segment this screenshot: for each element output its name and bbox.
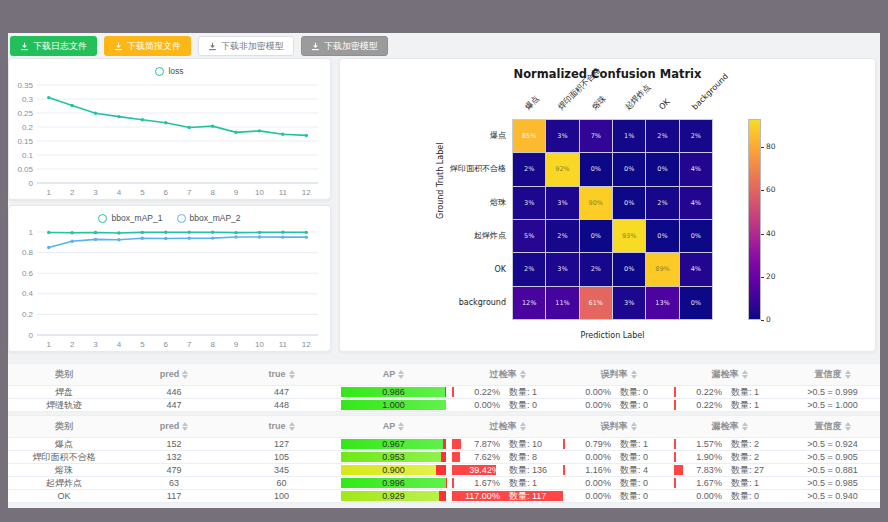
cell-mis: 1.16%数量: 4 xyxy=(563,464,674,476)
cell-pred: 132 xyxy=(120,451,228,463)
rate-count: 数量: 0 xyxy=(731,490,777,502)
sort-caret-icon[interactable] xyxy=(845,370,851,379)
matrix-cell: 0% xyxy=(646,220,678,252)
rate-bar xyxy=(563,465,565,475)
cell-mis: 0.00%数量: 0 xyxy=(563,477,674,489)
cell-miss: 0.22%数量: 1 xyxy=(674,386,785,398)
ap-bar: 0.900 xyxy=(341,465,446,475)
col-header-conf[interactable]: 置信度 xyxy=(785,416,880,437)
cell-ap: 0.967 xyxy=(335,438,452,450)
col-header-ap[interactable]: AP xyxy=(335,416,452,437)
matrix-row-label: 熔珠 xyxy=(342,198,506,208)
matrix-cell: 2% xyxy=(546,220,578,252)
matrix-cell: 89% xyxy=(646,253,678,285)
sort-caret-icon[interactable] xyxy=(398,422,404,431)
rate-percent: 39.42% xyxy=(460,464,500,476)
dashboard-content: 下载日志文件下载简报文件下载非加密模型下载加密模型 loss00.050.10.… xyxy=(8,33,880,508)
rate-bar xyxy=(674,400,676,410)
matrix-cell: 3% xyxy=(546,187,578,219)
download-report-button[interactable]: 下载简报文件 xyxy=(104,36,191,56)
col-header-pred[interactable]: pred xyxy=(120,416,228,437)
col-header-over[interactable]: 过检率 xyxy=(452,416,563,437)
rate-percent: 1.16% xyxy=(571,464,611,476)
sort-caret-icon[interactable] xyxy=(182,370,188,379)
download-icon xyxy=(208,42,217,51)
download-encrypted-model-button[interactable]: 下载加密模型 xyxy=(301,36,388,56)
ap-bar: 0.967 xyxy=(341,439,446,449)
download-button-label: 下载日志文件 xyxy=(33,40,87,53)
cell-pred: 117 xyxy=(120,490,228,502)
cell-over: 7.87%数量: 10 xyxy=(452,438,563,450)
matrix-cell: 90% xyxy=(580,187,612,219)
svg-text:3: 3 xyxy=(93,188,98,197)
svg-text:10: 10 xyxy=(255,188,264,197)
matrix-col-label: 爆点 xyxy=(522,93,542,113)
svg-text:11: 11 xyxy=(279,340,288,349)
col-header-miss[interactable]: 漏检率 xyxy=(674,416,785,437)
matrix-cell: 2% xyxy=(513,253,545,285)
matrix-row-label: OK xyxy=(342,265,506,275)
col-header-ap[interactable]: AP xyxy=(335,364,452,385)
sort-caret-icon[interactable] xyxy=(845,422,851,431)
legend-item-loss[interactable]: loss xyxy=(155,66,183,76)
cell-miss: 1.67%数量: 1 xyxy=(674,477,785,489)
col-header-over[interactable]: 过检率 xyxy=(452,364,563,385)
matrix-cell: 2% xyxy=(680,120,712,152)
ap-value: 1.000 xyxy=(341,400,446,410)
sort-caret-icon[interactable] xyxy=(631,370,637,379)
sort-caret-icon[interactable] xyxy=(289,422,295,431)
sort-caret-icon[interactable] xyxy=(289,370,295,379)
col-header-label: true xyxy=(268,416,285,437)
legend-item-bbox_mAP_1[interactable]: bbox_mAP_1 xyxy=(98,213,162,223)
download-log-button[interactable]: 下载日志文件 xyxy=(10,36,97,56)
sort-caret-icon[interactable] xyxy=(398,370,404,379)
cell-mis: 0.00%数量: 0 xyxy=(563,386,674,398)
colorbar xyxy=(748,119,761,320)
rate-count: 数量: 10 xyxy=(509,438,555,450)
col-header-pred[interactable]: pred xyxy=(120,364,228,385)
svg-text:1: 1 xyxy=(46,340,51,349)
rate-percent: 0.22% xyxy=(460,386,500,398)
col-header-conf[interactable]: 置信度 xyxy=(785,364,880,385)
loss-line xyxy=(49,98,307,136)
matrix-cell: 3% xyxy=(546,120,578,152)
cell-true: 448 xyxy=(228,399,335,411)
cell-pred: 152 xyxy=(120,438,228,450)
col-header-label: 类别 xyxy=(55,416,73,437)
sort-caret-icon[interactable] xyxy=(742,370,748,379)
download-unencrypted-model-button[interactable]: 下载非加密模型 xyxy=(198,36,294,56)
cell-ap: 0.986 xyxy=(335,386,452,398)
legend-item-bbox_mAP_2[interactable]: bbox_mAP_2 xyxy=(177,213,241,223)
sort-caret-icon[interactable] xyxy=(520,370,526,379)
sort-caret-icon[interactable] xyxy=(182,422,188,431)
cell-true: 127 xyxy=(228,438,335,450)
col-header-name: 类别 xyxy=(8,364,120,385)
svg-text:6: 6 xyxy=(164,188,169,197)
cell-miss: 0.22%数量: 1 xyxy=(674,399,785,411)
col-header-true[interactable]: true xyxy=(228,416,335,437)
sort-caret-icon[interactable] xyxy=(631,422,637,431)
svg-text:8: 8 xyxy=(210,340,215,349)
col-header-true[interactable]: true xyxy=(228,364,335,385)
colorbar-tick-label: 40 xyxy=(766,230,776,238)
svg-text:0: 0 xyxy=(29,179,34,188)
col-header-mis[interactable]: 误判率 xyxy=(563,364,674,385)
col-header-miss[interactable]: 漏检率 xyxy=(674,364,785,385)
rate-percent: 0.79% xyxy=(571,438,611,450)
col-header-label: AP xyxy=(383,364,396,385)
matrix-cell: 4% xyxy=(680,253,712,285)
table-row: 焊印面积不合格1321050.9537.62%数量: 80.00%数量: 01.… xyxy=(8,451,880,464)
cell-true: 60 xyxy=(228,477,335,489)
rate-bar xyxy=(674,452,676,462)
col-header-name: 类别 xyxy=(8,416,120,437)
col-header-mis[interactable]: 误判率 xyxy=(563,416,674,437)
cell-pred: 479 xyxy=(120,464,228,476)
sort-caret-icon[interactable] xyxy=(520,422,526,431)
rate-count: 数量: 0 xyxy=(620,490,666,502)
download-icon xyxy=(20,42,29,51)
sort-caret-icon[interactable] xyxy=(742,422,748,431)
colorbar-tick xyxy=(761,147,764,148)
matrix-cell: 1% xyxy=(613,120,645,152)
map-chart-card: bbox_mAP_1bbox_mAP_200.20.40.60.81123456… xyxy=(8,205,331,352)
svg-text:2: 2 xyxy=(70,188,75,197)
